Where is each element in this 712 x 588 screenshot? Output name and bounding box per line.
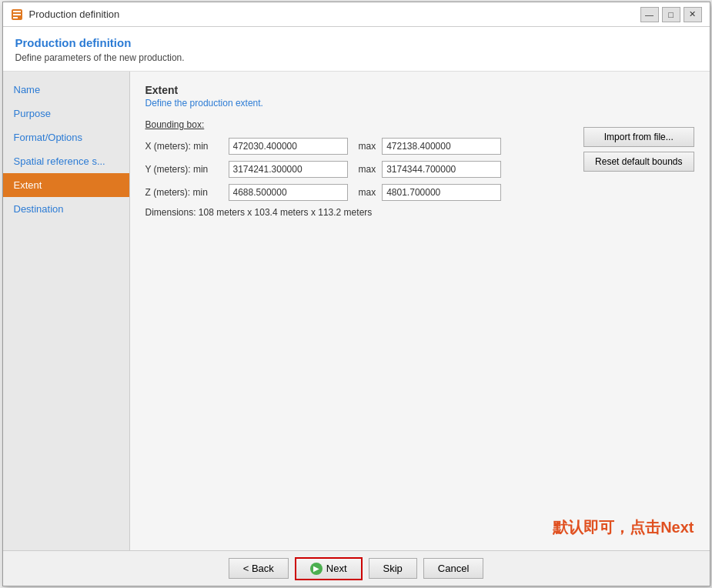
y-max-label: max xyxy=(359,164,376,175)
z-label: Z (meters): min xyxy=(145,187,222,198)
footer: < Back ▶ Next Skip Cancel xyxy=(3,550,710,586)
section-subtitle: Define the production extent. xyxy=(145,98,694,109)
z-max-input[interactable] xyxy=(382,184,501,201)
minimize-button[interactable]: — xyxy=(640,7,659,22)
coords-section: Bounding box: X (meters): min max Y (met… xyxy=(145,119,584,218)
coords-and-buttons: Bounding box: X (meters): min max Y (met… xyxy=(145,119,694,218)
y-label: Y (meters): min xyxy=(145,164,222,175)
window-title: Production definition xyxy=(29,8,120,20)
sidebar-item-extent[interactable]: Extent xyxy=(3,173,129,197)
svg-rect-2 xyxy=(13,14,21,15)
title-bar-controls: — □ ✕ xyxy=(640,7,702,22)
y-coord-row: Y (meters): min max xyxy=(145,161,584,178)
y-max-input[interactable] xyxy=(382,161,501,178)
z-min-input[interactable] xyxy=(229,184,348,201)
next-button[interactable]: ▶ Next xyxy=(295,557,363,580)
main-window: Production definition — □ ✕ Production d… xyxy=(2,2,710,586)
next-label: Next xyxy=(326,563,347,574)
close-button[interactable]: ✕ xyxy=(684,7,702,22)
skip-button[interactable]: Skip xyxy=(369,558,417,579)
back-button[interactable]: < Back xyxy=(229,558,289,579)
section-title: Extent xyxy=(145,84,694,96)
next-icon: ▶ xyxy=(310,563,323,575)
skip-label: Skip xyxy=(383,563,403,574)
cancel-button[interactable]: Cancel xyxy=(423,558,483,579)
title-bar-left: Production definition xyxy=(11,8,120,21)
header-section: Production definition Define parameters … xyxy=(3,27,710,72)
z-coord-row: Z (meters): min max xyxy=(145,184,584,201)
x-label: X (meters): min xyxy=(145,141,222,152)
content-area: Extent Define the production extent. Bou… xyxy=(130,72,710,550)
sidebar-item-purpose[interactable]: Purpose xyxy=(3,102,129,125)
maximize-button[interactable]: □ xyxy=(662,7,680,22)
svg-rect-3 xyxy=(13,17,18,18)
buttons-section: Import from file... Reset default bounds xyxy=(583,119,694,218)
main-content: Name Purpose Format/Options Spatial refe… xyxy=(3,72,710,550)
x-max-input[interactable] xyxy=(382,138,501,155)
header-subtitle: Define parameters of the new production. xyxy=(15,52,697,63)
bounding-box-label: Bounding box: xyxy=(145,119,584,130)
z-max-label: max xyxy=(359,187,376,198)
cancel-label: Cancel xyxy=(438,563,469,574)
hint-text: 默认即可，点击Next xyxy=(145,502,694,538)
back-label: < Back xyxy=(243,563,274,574)
header-title: Production definition xyxy=(15,36,697,49)
sidebar-item-name[interactable]: Name xyxy=(3,78,129,102)
sidebar-item-format-options[interactable]: Format/Options xyxy=(3,125,129,149)
sidebar-item-destination[interactable]: Destination xyxy=(3,197,129,221)
svg-rect-1 xyxy=(13,11,21,12)
y-min-input[interactable] xyxy=(229,161,348,178)
title-bar: Production definition — □ ✕ xyxy=(3,2,710,27)
sidebar: Name Purpose Format/Options Spatial refe… xyxy=(3,72,130,550)
x-min-input[interactable] xyxy=(229,138,348,155)
import-from-file-button[interactable]: Import from file... xyxy=(583,127,694,147)
window-icon xyxy=(11,8,23,21)
sidebar-item-spatial-reference[interactable]: Spatial reference s... xyxy=(3,149,129,173)
dimensions-text: Dimensions: 108 meters x 103.4 meters x … xyxy=(145,207,584,218)
x-max-label: max xyxy=(359,141,376,152)
x-coord-row: X (meters): min max xyxy=(145,138,584,155)
reset-default-bounds-button[interactable]: Reset default bounds xyxy=(583,152,694,172)
